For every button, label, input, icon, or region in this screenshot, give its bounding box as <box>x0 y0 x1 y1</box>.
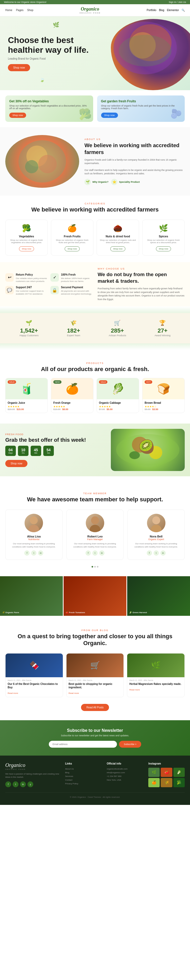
instagram-icon-2[interactable]: in <box>99 550 104 556</box>
blog-tag: From our Blog <box>11 629 179 632</box>
dot-1[interactable] <box>91 566 93 568</box>
cat-vegetables-name: Vegetables <box>8 235 45 238</box>
cat-fruits-btn[interactable]: Shop now <box>65 246 80 251</box>
product-price-cabbage: $7.00 $5.00 <box>99 408 137 410</box>
blog-meta-1: March 11, 2021 · Allie Garcia <box>8 679 61 681</box>
promo-btn-1[interactable]: Shop now <box>9 113 26 118</box>
customers-num: 1,542+ <box>19 327 38 334</box>
cat-fruits-icon: 🍊 <box>54 224 91 232</box>
nav-elementor[interactable]: Elementor <box>167 9 179 12</box>
team-heading: We have awesome team member to help supp… <box>11 496 179 503</box>
read-more-2[interactable]: Read more <box>69 692 79 694</box>
team-avatar-2 <box>86 514 104 532</box>
insta-img-3[interactable]: 🥬 <box>173 768 185 777</box>
footer-link-4[interactable]: Contact <box>65 779 102 781</box>
blog-img-2: 🛒 <box>67 654 124 677</box>
speciality-icon: ⭐ <box>111 179 117 185</box>
read-more-1[interactable]: Read more <box>8 692 18 694</box>
cat-spices-icon: 🌿 <box>145 224 182 232</box>
team-section: Team Member We have awesome team member … <box>0 479 190 576</box>
awards-num: 27+ <box>155 327 171 334</box>
promo-section: Get 30% off on Vegetables Shop our selec… <box>0 90 190 127</box>
insta-img-5[interactable]: 🌾 <box>161 778 172 787</box>
stat-awards: 🏆 27+ Award Winning <box>155 320 171 337</box>
insta-img-1[interactable]: 🌿 <box>148 768 160 777</box>
blog-heading: On a quest to bring together and closer … <box>11 633 179 647</box>
about-badges: 🌱 Why Organic? ⭐ Speciality Product <box>85 179 185 185</box>
facebook-icon-2[interactable]: f <box>86 550 91 556</box>
footer-link-5[interactable]: Privacy Policy <box>65 783 102 785</box>
topbar-right[interactable]: Sign In / Join Us <box>169 1 186 3</box>
product-old-price-juice: $20.00 <box>8 408 15 410</box>
read-more-3[interactable]: Read more <box>129 689 140 691</box>
nav-pages[interactable]: Pages <box>16 9 24 12</box>
footer: Organico ORGANIC FOOD We have a passion … <box>0 756 190 805</box>
footer-link-1[interactable]: About Us <box>65 768 102 770</box>
twitter-icon-3[interactable]: t <box>153 550 159 556</box>
promo-btn-2[interactable]: Shop now <box>101 113 118 118</box>
insta-img-4[interactable]: 🍊 <box>148 778 160 787</box>
insta-img-2[interactable]: 🍅 <box>161 768 172 777</box>
awards-icon: 🏆 <box>155 320 171 326</box>
blog-section: From our Blog On a quest to bring togeth… <box>0 616 190 720</box>
cat-nuts-btn[interactable]: Shop now <box>110 246 126 251</box>
footer-instagram-icon[interactable]: in <box>20 781 26 787</box>
dot-3[interactable] <box>97 566 99 568</box>
facebook-icon-3[interactable]: f <box>147 550 152 556</box>
footer-twitter-icon[interactable]: t <box>13 781 19 787</box>
why-feature-support: 💬 Support 24/7 Our customer support team… <box>5 286 47 295</box>
product-info-orange: Fresh Orange ★★★★★ $10.00 $8.00 <box>51 399 93 413</box>
instagram-icon-1[interactable]: in <box>38 550 43 556</box>
cat-spices-btn[interactable]: Shop now <box>156 246 171 251</box>
products-title: All of our products are organic & fresh. <box>11 366 179 373</box>
deal-heading: Grab the best offer of this week! <box>5 437 105 443</box>
team-num: 182+ <box>67 327 80 334</box>
newsletter-email-input[interactable] <box>49 741 117 748</box>
team-desc-1: Our most amazing team working to providi… <box>10 542 58 548</box>
deal-shop-btn[interactable]: Shop now <box>5 460 27 467</box>
footer-link-3[interactable]: Services <box>65 775 102 778</box>
team-member-1: Alisa Lisa Nutritionist Our most amazing… <box>5 509 62 560</box>
product-card-bread: HOT 🍞 Brown Bread ★★★★☆ $5.00 $3.50 <box>142 378 185 413</box>
nav-portfolio[interactable]: Portfolio <box>147 9 156 12</box>
cat-vegetables-btn[interactable]: Shop now <box>19 246 34 251</box>
promo-veggie-icon: 🥦 <box>79 108 92 121</box>
insta-img-6[interactable]: 🥦 <box>173 778 185 787</box>
cat-spices-name: Spices <box>145 235 182 238</box>
twitter-icon-1[interactable]: t <box>31 550 37 556</box>
blog-title-3: Herbal Magnesium flakes specially made. <box>129 682 182 686</box>
product-info-bread: Brown Bread ★★★★☆ $5.00 $3.50 <box>142 399 184 413</box>
why-feature-fresh-text: 100% Fresh We deliver 100% fresh organic… <box>61 273 93 283</box>
footer-logo[interactable]: Organico ORGANIC FOOD <box>5 762 60 770</box>
product-info-cabbage: Organic Cabbage ★★★★★ $7.00 $5.00 <box>97 399 139 413</box>
footer-official-list: organicofoodcafe.com info@organico.com +… <box>107 768 143 781</box>
blog-meta-3: March 11, 2021 · Allie Garcia <box>129 679 182 681</box>
product-new-price-cabbage: $5.00 <box>107 408 113 410</box>
footer-link-2[interactable]: Blog <box>65 772 102 774</box>
footer-youtube-icon[interactable]: y <box>27 781 33 787</box>
why-section: ↩ Return Policy Our reliable return poli… <box>0 262 190 307</box>
search-icon[interactable]: 🔍 <box>182 9 185 12</box>
nav-blog[interactable]: Blog <box>159 9 164 12</box>
dot-2[interactable] <box>94 566 96 568</box>
instagram-icon-3[interactable]: in <box>160 550 166 556</box>
footer-official-2: info@organico.com <box>107 772 143 774</box>
why-text: Why Choose us We do not buy from the ope… <box>97 267 185 301</box>
nav-shop[interactable]: Shop <box>27 9 33 12</box>
deal-image: 🥝 <box>111 429 185 471</box>
nav-home[interactable]: Home <box>5 9 13 12</box>
why-feature-payment-text: Secured Payment All payments are secured… <box>61 286 93 295</box>
read-all-button[interactable]: Read All Posts <box>81 704 109 711</box>
newsletter-submit-button[interactable]: Subscribe > <box>119 741 141 748</box>
footer-facebook-icon[interactable]: f <box>5 781 11 787</box>
why-feature-fresh-desc: We deliver 100% fresh organic products f… <box>61 277 93 283</box>
hero-cta-button[interactable]: Shop now <box>8 64 30 71</box>
facebook-icon-1[interactable]: f <box>24 550 30 556</box>
team-role-2: Farm Manager <box>71 538 120 541</box>
logo[interactable]: Organico ORGANIC FOOD <box>80 6 101 14</box>
twitter-icon-2[interactable]: t <box>93 550 97 556</box>
timer-days: 04 Days <box>5 446 16 456</box>
categories-heading: Categories We believe in working with ac… <box>0 196 190 216</box>
fresh-icon: ✓ <box>50 273 59 282</box>
stats-section: 🌱 1,542+ Happy Customers 🌾 182+ Expert T… <box>0 313 190 344</box>
